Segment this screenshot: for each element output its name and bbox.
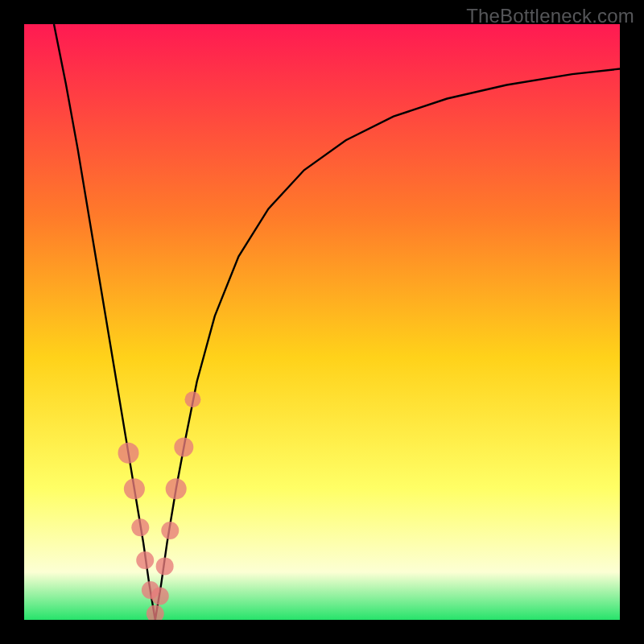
data-marker bbox=[184, 391, 200, 407]
bottleneck-chart-svg bbox=[24, 24, 620, 620]
data-marker bbox=[156, 557, 174, 575]
plot-area bbox=[24, 24, 620, 620]
data-marker bbox=[174, 437, 193, 456]
data-marker bbox=[136, 551, 154, 569]
data-marker bbox=[166, 478, 187, 499]
gradient-background bbox=[24, 24, 620, 620]
chart-frame: TheBottleneck.com bbox=[0, 0, 644, 644]
watermark-text: TheBottleneck.com bbox=[466, 5, 634, 27]
data-marker bbox=[161, 522, 179, 539]
data-marker bbox=[151, 587, 169, 605]
data-marker bbox=[124, 478, 145, 499]
data-marker bbox=[131, 518, 149, 536]
data-marker bbox=[118, 443, 139, 464]
